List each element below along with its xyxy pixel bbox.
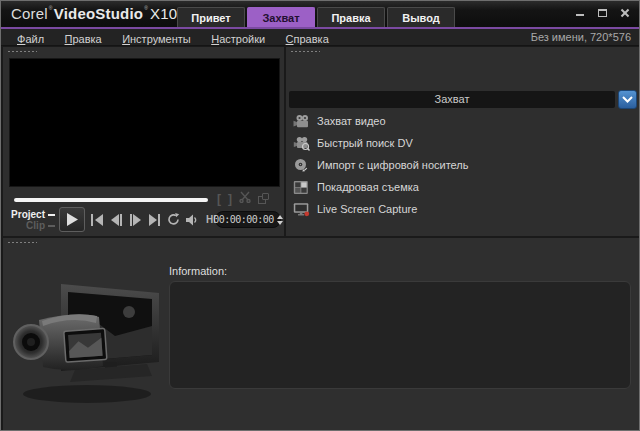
tab-capture[interactable]: Захват xyxy=(247,7,315,27)
capture-panel: Захват Захват видео Быстрый поиск DV xyxy=(286,47,639,236)
dv-quick-scan-icon xyxy=(292,135,310,151)
menubar: Файл Правка Инструменты Настройки Справк… xyxy=(1,29,639,46)
mode-tabs: Привет Захват Правка Вывод xyxy=(177,7,455,27)
timecode-field[interactable]: 00:00:00:00 xyxy=(215,211,281,228)
stepper-up-icon[interactable] xyxy=(277,215,283,219)
panel-grip[interactable] xyxy=(290,50,320,53)
enlarge-icon[interactable] xyxy=(258,193,269,204)
stop-motion-icon xyxy=(292,179,310,195)
window-controls xyxy=(574,7,631,19)
menu-settings[interactable]: Настройки xyxy=(211,31,265,48)
menu-help[interactable]: Справка xyxy=(286,31,329,48)
capture-video-icon xyxy=(292,113,310,129)
logo-product: VideoStudio xyxy=(54,5,143,22)
mark-in-button[interactable]: [ xyxy=(217,192,221,206)
tab-edit[interactable]: Правка xyxy=(317,7,385,27)
preview-panel: [ ] Project Clip xyxy=(3,47,284,236)
panel-grip[interactable] xyxy=(7,50,37,53)
capture-item-label: Импорт с цифровой носитель xyxy=(317,159,469,171)
menu-tools[interactable]: Инструменты xyxy=(122,31,191,48)
mark-out-button[interactable]: ] xyxy=(228,192,232,206)
clip-mode-text: Clip xyxy=(26,220,45,231)
dv-quick-scan-item[interactable]: Быстрый поиск DV xyxy=(292,132,633,154)
menu-file[interactable]: Файл xyxy=(17,31,44,48)
maximize-icon[interactable] xyxy=(596,7,609,19)
document-status: Без имени, 720*576 xyxy=(531,29,631,46)
capture-item-label: Live Screen Capture xyxy=(317,203,417,215)
end-icon[interactable] xyxy=(148,214,161,226)
capture-panel-title: Захват xyxy=(435,93,470,105)
trim-toolbar: [ ] xyxy=(217,191,283,206)
trademark-mark: ® xyxy=(144,5,148,11)
videostudio-window: Corel®VideoStudio®X10 Привет Захват Прав… xyxy=(0,0,640,431)
preview-screen xyxy=(9,58,280,187)
tab-welcome[interactable]: Привет xyxy=(177,7,245,27)
next-frame-icon[interactable] xyxy=(129,214,142,226)
menu-edit[interactable]: Правка xyxy=(65,31,102,48)
capture-video-item[interactable]: Захват видео xyxy=(292,110,633,132)
logo-brand: Corel xyxy=(11,5,48,22)
panel-grip[interactable] xyxy=(7,241,37,244)
scrubber-bar[interactable] xyxy=(14,198,208,202)
close-icon[interactable] xyxy=(618,7,631,19)
minimize-icon[interactable] xyxy=(574,7,587,19)
play-button[interactable] xyxy=(59,207,85,232)
transport-controls: HD xyxy=(91,213,220,226)
home-icon[interactable] xyxy=(91,214,104,226)
collapse-panel-button[interactable] xyxy=(618,90,637,109)
tab-share[interactable]: Вывод xyxy=(387,7,455,27)
playback-mode-switch: Project Clip xyxy=(9,209,55,231)
capture-item-label: Захват видео xyxy=(317,115,386,127)
cut-icon[interactable] xyxy=(239,191,251,206)
information-label: Information: xyxy=(169,265,227,277)
app-logo: Corel®VideoStudio®X10 xyxy=(11,5,177,22)
capture-options-list: Захват видео Быстрый поиск DV Импорт с ц… xyxy=(292,110,633,220)
capture-item-label: Быстрый поиск DV xyxy=(317,137,413,149)
previous-frame-icon[interactable] xyxy=(110,214,123,226)
play-icon xyxy=(66,213,78,226)
information-panel: Information: xyxy=(3,238,639,430)
live-screen-capture-item[interactable]: Live Screen Capture xyxy=(292,198,633,220)
repeat-icon[interactable] xyxy=(167,213,180,226)
capture-panel-header: Захват xyxy=(289,91,615,108)
stepper-down-icon[interactable] xyxy=(277,221,283,225)
live-screen-capture-icon xyxy=(292,201,310,217)
information-box xyxy=(169,281,631,389)
timecode-stepper xyxy=(277,215,283,225)
clip-mode-label[interactable]: Clip xyxy=(9,220,55,231)
import-digital-media-icon xyxy=(292,157,310,173)
stop-motion-item[interactable]: Покадровая съемка xyxy=(292,176,633,198)
project-mode-label[interactable]: Project xyxy=(9,209,55,220)
titlebar: Corel®VideoStudio®X10 Привет Захват Прав… xyxy=(1,1,639,27)
chevron-down-icon xyxy=(622,96,633,103)
import-digital-media-item[interactable]: Импорт с цифровой носитель xyxy=(292,154,633,176)
timecode-value[interactable]: 00:00:00:00 xyxy=(213,214,274,225)
volume-icon[interactable] xyxy=(186,214,199,226)
trademark-mark: ® xyxy=(49,5,53,11)
capture-item-label: Покадровая съемка xyxy=(317,181,419,193)
logo-version: X10 xyxy=(150,5,177,22)
camcorder-illustration xyxy=(9,266,167,416)
project-mode-text: Project xyxy=(11,209,45,220)
